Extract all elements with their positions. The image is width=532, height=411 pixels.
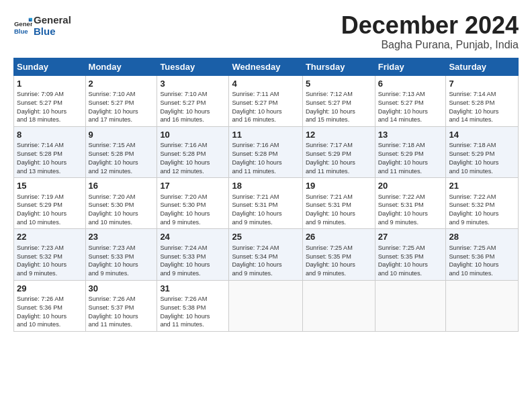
day-number: 16 xyxy=(89,180,154,192)
day-info: Sunrise: 7:21 AMSunset: 5:31 PMDaylight:… xyxy=(306,193,372,227)
month-title: December 2024 xyxy=(341,12,519,39)
calendar-cell: 3Sunrise: 7:10 AMSunset: 5:27 PMDaylight… xyxy=(157,75,229,126)
calendar-cell: 13Sunrise: 7:18 AMSunset: 5:29 PMDayligh… xyxy=(375,126,446,177)
col-header-sunday: Sunday xyxy=(14,58,86,75)
calendar-cell: 20Sunrise: 7:22 AMSunset: 5:31 PMDayligh… xyxy=(375,178,446,229)
day-number: 19 xyxy=(306,180,372,192)
day-number: 5 xyxy=(306,78,372,90)
calendar-cell: 22Sunrise: 7:23 AMSunset: 5:32 PMDayligh… xyxy=(14,229,86,280)
day-info: Sunrise: 7:21 AMSunset: 5:31 PMDaylight:… xyxy=(232,193,299,227)
calendar-cell: 1Sunrise: 7:09 AMSunset: 5:27 PMDaylight… xyxy=(14,75,86,126)
logo-text: General Blue xyxy=(34,15,71,37)
calendar-cell xyxy=(446,280,519,331)
day-info: Sunrise: 7:16 AMSunset: 5:28 PMDaylight:… xyxy=(160,141,226,175)
col-header-thursday: Thursday xyxy=(302,58,375,75)
day-number: 22 xyxy=(17,231,83,243)
day-info: Sunrise: 7:19 AMSunset: 5:29 PMDaylight:… xyxy=(17,193,83,227)
logo-icon: General Blue xyxy=(13,17,32,36)
day-number: 8 xyxy=(17,129,83,141)
day-info: Sunrise: 7:11 AMSunset: 5:27 PMDaylight:… xyxy=(232,90,299,124)
day-number: 15 xyxy=(17,180,83,192)
calendar-cell: 8Sunrise: 7:14 AMSunset: 5:28 PMDaylight… xyxy=(14,126,86,177)
day-info: Sunrise: 7:23 AMSunset: 5:32 PMDaylight:… xyxy=(17,244,83,278)
day-number: 11 xyxy=(232,129,299,141)
calendar-cell: 21Sunrise: 7:22 AMSunset: 5:32 PMDayligh… xyxy=(446,178,519,229)
calendar-week-row-4: 22Sunrise: 7:23 AMSunset: 5:32 PMDayligh… xyxy=(14,229,519,280)
calendar-header-row: SundayMondayTuesdayWednesdayThursdayFrid… xyxy=(14,58,519,75)
day-info: Sunrise: 7:09 AMSunset: 5:27 PMDaylight:… xyxy=(17,90,83,124)
day-info: Sunrise: 7:18 AMSunset: 5:29 PMDaylight:… xyxy=(449,141,515,175)
day-number: 30 xyxy=(89,283,154,295)
calendar-cell: 28Sunrise: 7:25 AMSunset: 5:36 PMDayligh… xyxy=(446,229,519,280)
calendar-cell: 27Sunrise: 7:25 AMSunset: 5:35 PMDayligh… xyxy=(375,229,446,280)
day-number: 23 xyxy=(89,231,154,243)
day-info: Sunrise: 7:16 AMSunset: 5:28 PMDaylight:… xyxy=(232,141,299,175)
day-number: 26 xyxy=(306,231,372,243)
day-info: Sunrise: 7:24 AMSunset: 5:33 PMDaylight:… xyxy=(160,244,226,278)
day-info: Sunrise: 7:14 AMSunset: 5:28 PMDaylight:… xyxy=(449,90,515,124)
day-info: Sunrise: 7:20 AMSunset: 5:30 PMDaylight:… xyxy=(160,193,226,227)
day-number: 31 xyxy=(160,283,226,295)
calendar-week-row-5: 29Sunrise: 7:26 AMSunset: 5:36 PMDayligh… xyxy=(14,280,519,331)
calendar-cell: 6Sunrise: 7:13 AMSunset: 5:27 PMDaylight… xyxy=(375,75,446,126)
day-info: Sunrise: 7:22 AMSunset: 5:32 PMDaylight:… xyxy=(449,193,515,227)
svg-text:Blue: Blue xyxy=(14,27,28,34)
calendar-cell: 5Sunrise: 7:12 AMSunset: 5:27 PMDaylight… xyxy=(302,75,375,126)
day-number: 7 xyxy=(449,78,515,90)
col-header-monday: Monday xyxy=(85,58,157,75)
day-info: Sunrise: 7:24 AMSunset: 5:34 PMDaylight:… xyxy=(232,244,299,278)
day-number: 10 xyxy=(160,129,226,141)
calendar-cell: 4Sunrise: 7:11 AMSunset: 5:27 PMDaylight… xyxy=(229,75,302,126)
day-number: 14 xyxy=(449,129,515,141)
day-info: Sunrise: 7:12 AMSunset: 5:27 PMDaylight:… xyxy=(306,90,372,124)
calendar-cell: 26Sunrise: 7:25 AMSunset: 5:35 PMDayligh… xyxy=(302,229,375,280)
calendar-cell: 12Sunrise: 7:17 AMSunset: 5:29 PMDayligh… xyxy=(302,126,375,177)
day-info: Sunrise: 7:26 AMSunset: 5:38 PMDaylight:… xyxy=(160,295,226,329)
day-info: Sunrise: 7:15 AMSunset: 5:28 PMDaylight:… xyxy=(89,141,154,175)
day-info: Sunrise: 7:26 AMSunset: 5:37 PMDaylight:… xyxy=(89,295,154,329)
day-info: Sunrise: 7:22 AMSunset: 5:31 PMDaylight:… xyxy=(378,193,443,227)
day-number: 17 xyxy=(160,180,226,192)
calendar-cell: 10Sunrise: 7:16 AMSunset: 5:28 PMDayligh… xyxy=(157,126,229,177)
col-header-tuesday: Tuesday xyxy=(157,58,229,75)
day-number: 20 xyxy=(378,180,443,192)
calendar-cell xyxy=(375,280,446,331)
day-info: Sunrise: 7:17 AMSunset: 5:29 PMDaylight:… xyxy=(306,141,372,175)
calendar-week-row-2: 8Sunrise: 7:14 AMSunset: 5:28 PMDaylight… xyxy=(14,126,519,177)
calendar-cell: 11Sunrise: 7:16 AMSunset: 5:28 PMDayligh… xyxy=(229,126,302,177)
day-number: 2 xyxy=(89,78,154,90)
day-info: Sunrise: 7:10 AMSunset: 5:27 PMDaylight:… xyxy=(89,90,154,124)
day-number: 18 xyxy=(232,180,299,192)
title-block: December 2024 Bagha Purana, Punjab, Indi… xyxy=(341,12,519,51)
calendar-cell: 31Sunrise: 7:26 AMSunset: 5:38 PMDayligh… xyxy=(157,280,229,331)
day-number: 27 xyxy=(378,231,443,243)
calendar-cell: 19Sunrise: 7:21 AMSunset: 5:31 PMDayligh… xyxy=(302,178,375,229)
calendar-page: General Blue General Blue December 2024 … xyxy=(0,0,532,338)
day-info: Sunrise: 7:10 AMSunset: 5:27 PMDaylight:… xyxy=(160,90,226,124)
calendar-week-row-1: 1Sunrise: 7:09 AMSunset: 5:27 PMDaylight… xyxy=(14,75,519,126)
calendar-cell xyxy=(302,280,375,331)
day-number: 6 xyxy=(378,78,443,90)
day-number: 29 xyxy=(17,283,83,295)
header: General Blue General Blue December 2024 … xyxy=(13,12,519,51)
day-number: 24 xyxy=(160,231,226,243)
day-number: 21 xyxy=(449,180,515,192)
day-info: Sunrise: 7:18 AMSunset: 5:29 PMDaylight:… xyxy=(378,141,443,175)
day-number: 28 xyxy=(449,231,515,243)
day-info: Sunrise: 7:14 AMSunset: 5:28 PMDaylight:… xyxy=(17,141,83,175)
calendar-cell: 30Sunrise: 7:26 AMSunset: 5:37 PMDayligh… xyxy=(85,280,157,331)
calendar-cell: 23Sunrise: 7:23 AMSunset: 5:33 PMDayligh… xyxy=(85,229,157,280)
col-header-friday: Friday xyxy=(375,58,446,75)
calendar-cell: 29Sunrise: 7:26 AMSunset: 5:36 PMDayligh… xyxy=(14,280,86,331)
day-number: 3 xyxy=(160,78,226,90)
calendar-cell: 9Sunrise: 7:15 AMSunset: 5:28 PMDaylight… xyxy=(85,126,157,177)
day-number: 25 xyxy=(232,231,299,243)
col-header-wednesday: Wednesday xyxy=(229,58,302,75)
day-info: Sunrise: 7:20 AMSunset: 5:30 PMDaylight:… xyxy=(89,193,154,227)
day-info: Sunrise: 7:23 AMSunset: 5:33 PMDaylight:… xyxy=(89,244,154,278)
calendar-cell xyxy=(229,280,302,331)
calendar-cell: 14Sunrise: 7:18 AMSunset: 5:29 PMDayligh… xyxy=(446,126,519,177)
calendar-cell: 2Sunrise: 7:10 AMSunset: 5:27 PMDaylight… xyxy=(85,75,157,126)
day-info: Sunrise: 7:25 AMSunset: 5:35 PMDaylight:… xyxy=(306,244,372,278)
calendar-cell: 24Sunrise: 7:24 AMSunset: 5:33 PMDayligh… xyxy=(157,229,229,280)
